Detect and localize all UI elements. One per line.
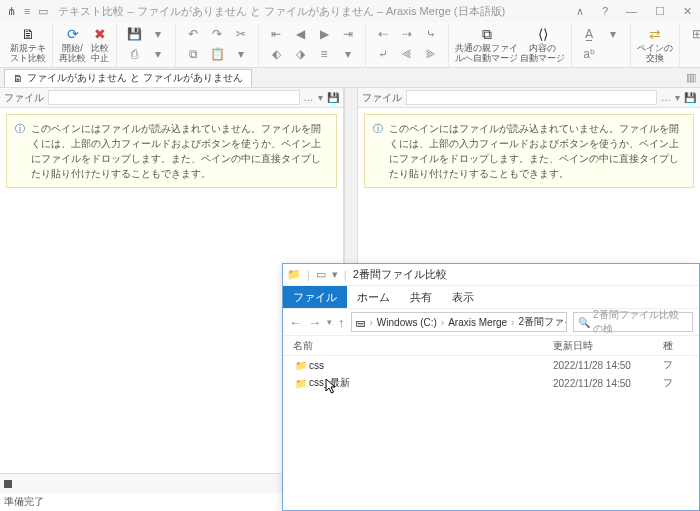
file-label: ファイル: [4, 91, 44, 105]
merge4-icon[interactable]: ⤶: [372, 44, 394, 64]
chevron-right-icon: ›: [511, 317, 514, 328]
stop-compare-button[interactable]: ✖ 比較 中止: [90, 24, 110, 64]
new-compare-button[interactable]: 🗎 新規テキ スト比較: [10, 24, 46, 64]
chevron-right-icon: ›: [441, 317, 444, 328]
info-icon: ⓘ: [15, 121, 25, 181]
qat-folder-icon[interactable]: ▭: [38, 5, 48, 18]
paste-icon[interactable]: 📋: [206, 44, 228, 64]
auto-merge-content-button[interactable]: ⟨⟩ 内容の 自動マージ: [520, 24, 565, 64]
column-name[interactable]: 名前: [293, 336, 553, 355]
left-file-input[interactable]: [48, 90, 300, 105]
stop-icon: ✖: [90, 25, 110, 43]
font2-icon[interactable]: ▾: [602, 24, 624, 44]
nav6-icon[interactable]: ⬗: [289, 44, 311, 64]
bottom-panel-header[interactable]: [0, 473, 282, 493]
explorer-columns: 名前 更新日時 種: [283, 336, 699, 356]
explorer-window: 📁 | ▭ ▾ | 2番間ファイル比較 ファイル ホーム 共有 表示 ← → ▾…: [282, 263, 700, 511]
help-icon[interactable]: ?: [598, 5, 612, 18]
explorer-tab-share[interactable]: 共有: [400, 286, 442, 308]
tool2-icon[interactable]: ▾: [147, 44, 169, 64]
qat-menu-icon[interactable]: ≡: [24, 5, 30, 18]
qat-divider: |: [307, 269, 310, 281]
minimize-button[interactable]: —: [622, 5, 641, 18]
dropdown-icon[interactable]: ▾: [675, 92, 680, 103]
explorer-list: 📁 css 2022/11/28 14:50 フ 📁 css_最新 2022/1…: [283, 356, 699, 510]
right-file-input[interactable]: [406, 90, 658, 105]
tab-options-icon[interactable]: ▥: [686, 71, 696, 84]
column-date[interactable]: 更新日時: [553, 336, 663, 355]
folder-icon: 📁: [293, 360, 309, 371]
view1-icon[interactable]: ⊞: [686, 24, 700, 44]
cut-icon[interactable]: ✂: [230, 24, 252, 44]
forward-button[interactable]: →: [308, 315, 321, 330]
explorer-nav: ← → ▾ ↑ 🖴 › Windows (C:) › Araxis Merge …: [283, 308, 699, 336]
nav5-icon[interactable]: ⬖: [265, 44, 287, 64]
swap-panes-button[interactable]: ⇄ ペインの 交換: [637, 24, 673, 64]
save-icon[interactable]: 💾: [123, 24, 145, 44]
maximize-button[interactable]: ☐: [651, 5, 669, 18]
explorer-qat-dropdown-icon[interactable]: ▾: [332, 268, 338, 281]
folder-icon: 📁: [287, 268, 301, 281]
close-button[interactable]: ✕: [679, 5, 696, 18]
explorer-tab-home[interactable]: ホーム: [347, 286, 400, 308]
docs-icon: ⧉: [477, 25, 497, 43]
nav7-icon[interactable]: ≡: [313, 44, 335, 64]
info-icon: ⓘ: [373, 121, 383, 181]
left-pane-header: ファイル … ▾ 💾: [0, 88, 343, 108]
explorer-search[interactable]: 🔍 2番間ファイル比較の検: [573, 312, 693, 332]
refresh-icon: ⟳: [63, 25, 83, 43]
undo-icon[interactable]: ↶: [182, 24, 204, 44]
nav2-icon[interactable]: ◀: [289, 24, 311, 44]
explorer-menubar: ファイル ホーム 共有 表示: [283, 286, 699, 308]
auto-merge-parent-button[interactable]: ⧉ 共通の親ファイ ルへ自動マージ: [455, 24, 518, 64]
save-pane-icon[interactable]: 💾: [684, 92, 696, 103]
app-icon: ⋔: [4, 4, 18, 18]
drive-icon: 🖴: [356, 317, 366, 328]
merge1-icon[interactable]: ⇠: [372, 24, 394, 44]
dropdown-icon[interactable]: ▾: [318, 92, 323, 103]
save-pane-icon[interactable]: 💾: [327, 92, 339, 103]
right-info-box: ⓘ このペインにはファイルが読み込まれていません。ファイルを開くには、上部の入力…: [364, 114, 695, 188]
merge3-icon[interactable]: ⤷: [420, 24, 442, 44]
panel-marker-icon: [4, 480, 12, 488]
breadcrumb[interactable]: 🖴 › Windows (C:) › Araxis Merge › 2番間ファイ…: [351, 312, 568, 332]
redo-icon[interactable]: ↷: [206, 24, 228, 44]
nav1-icon[interactable]: ⇤: [265, 24, 287, 44]
ribbon: 🗎 新規テキ スト比較 ⟳ 開始/ 再比較 ✖ 比較 中止 💾 ▾ ⎙ ▾: [0, 22, 700, 68]
browse-icon[interactable]: …: [304, 92, 314, 103]
explorer-tab-view[interactable]: 表示: [442, 286, 484, 308]
explorer-titlebar: 📁 | ▭ ▾ | 2番間ファイル比較: [283, 264, 699, 286]
font1-icon[interactable]: A̲: [578, 24, 600, 44]
nav4-icon[interactable]: ⇥: [337, 24, 359, 44]
recompare-button[interactable]: ⟳ 開始/ 再比較: [59, 24, 86, 64]
ribbon-collapse-icon[interactable]: ∧: [572, 5, 588, 18]
font3-icon[interactable]: aᵇ: [578, 44, 600, 64]
file-label: ファイル: [362, 91, 402, 105]
titlebar: ⋔ ≡ ▭ テキスト比較 – ファイルがありません と ファイルがありません –…: [0, 0, 700, 22]
document-tabstrip: 🗎 ファイルがありません と ファイルがありません ▥: [0, 68, 700, 88]
nav8-icon[interactable]: ▾: [337, 44, 359, 64]
history-dropdown-icon[interactable]: ▾: [327, 317, 332, 327]
document-icon: 🗎: [18, 25, 38, 43]
list-item[interactable]: 📁 css_最新 2022/11/28 14:50 フ: [293, 374, 699, 392]
code-icon: ⟨⟩: [533, 25, 553, 43]
back-button[interactable]: ←: [289, 315, 302, 330]
merge5-icon[interactable]: ⫷: [396, 44, 418, 64]
print-icon[interactable]: ⎙: [123, 44, 145, 64]
explorer-qat-icon[interactable]: ▭: [316, 268, 326, 281]
document-tab[interactable]: 🗎 ファイルがありません と ファイルがありません: [4, 69, 252, 87]
nav3-icon[interactable]: ▶: [313, 24, 335, 44]
browse-icon[interactable]: …: [661, 92, 671, 103]
explorer-tab-file[interactable]: ファイル: [283, 286, 347, 308]
list-item[interactable]: 📁 css 2022/11/28 14:50 フ: [293, 356, 699, 374]
chevron-right-icon: ›: [370, 317, 373, 328]
tool-icon[interactable]: ▾: [147, 24, 169, 44]
status-bar: 準備完了: [0, 493, 282, 511]
copy-icon[interactable]: ⧉: [182, 44, 204, 64]
column-type[interactable]: 種: [663, 336, 693, 355]
misc-icon[interactable]: ▾: [230, 44, 252, 64]
up-button[interactable]: ↑: [338, 315, 345, 330]
window-title: テキスト比較 – ファイルがありません と ファイルがありません – Araxi…: [58, 4, 505, 19]
merge2-icon[interactable]: ⇢: [396, 24, 418, 44]
merge6-icon[interactable]: ⫸: [420, 44, 442, 64]
